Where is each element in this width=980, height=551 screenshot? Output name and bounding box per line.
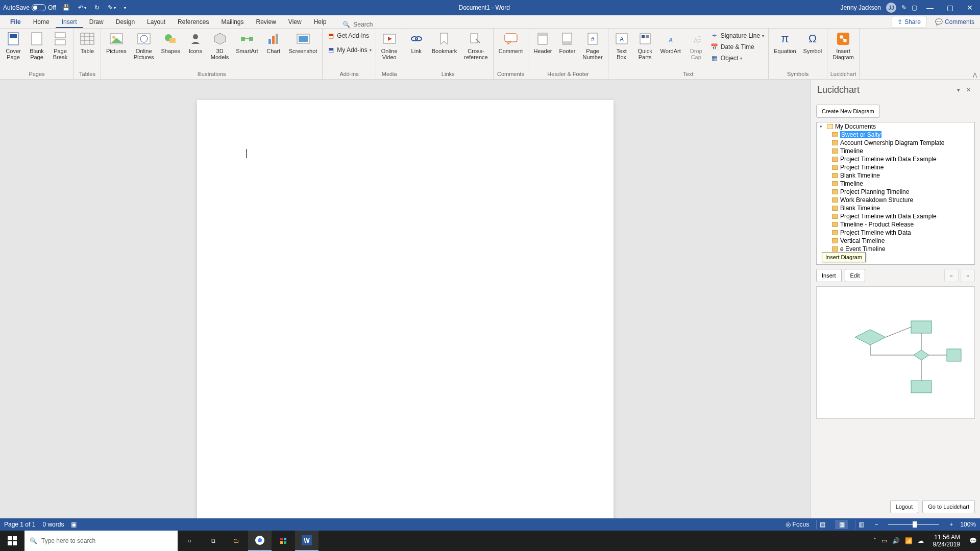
my-addins-button[interactable]: ⬒My Add-ins▾ <box>327 45 371 55</box>
online-pictures-button[interactable]: Online Pictures <box>131 30 157 61</box>
collapse-icon[interactable]: ▾ <box>820 124 825 129</box>
read-mode-button[interactable]: ▤ <box>816 520 828 529</box>
blank-page-button[interactable]: Blank Page <box>26 30 48 61</box>
equation-button[interactable]: πEquation <box>771 30 799 55</box>
create-new-diagram-button[interactable]: Create New Diagram <box>816 105 880 118</box>
collapse-ribbon-button[interactable]: ⋀ <box>973 72 977 78</box>
go-to-lucidchart-button[interactable]: Go to Lucidchart <box>922 500 975 513</box>
wordart-button[interactable]: AWordArt <box>657 30 684 55</box>
page-status[interactable]: Page 1 of 1 <box>4 521 35 528</box>
tab-file[interactable]: File <box>4 16 27 28</box>
action-center-button[interactable]: 💬 <box>969 537 977 544</box>
onedrive-icon[interactable]: ☁ <box>918 537 924 544</box>
shapes-button[interactable]: Shapes <box>158 30 183 55</box>
word-count[interactable]: 0 words <box>42 521 64 528</box>
wifi-icon[interactable]: 📶 <box>905 537 913 544</box>
tab-layout[interactable]: Layout <box>141 16 172 28</box>
pictures-button[interactable]: Pictures <box>103 30 130 55</box>
tab-insert[interactable]: Insert <box>56 16 83 28</box>
tray-chevron-icon[interactable]: ˄ <box>873 537 876 544</box>
page[interactable] <box>197 100 614 518</box>
tree-root[interactable]: ▾My Documents <box>817 122 974 131</box>
tab-help[interactable]: Help <box>308 16 333 28</box>
tree-item[interactable]: Project Timeline with Data Example <box>817 212 974 220</box>
footer-button[interactable]: Footer <box>556 30 578 55</box>
tree-item[interactable]: Blank Timeline <box>817 204 974 212</box>
tree-item[interactable]: Blank Timeline <box>817 171 974 180</box>
insert-diagram-button[interactable]: Insert Diagram <box>829 30 857 61</box>
tell-me-search[interactable]: 🔍 Search <box>342 21 373 28</box>
tab-review[interactable]: Review <box>250 16 282 28</box>
get-addins-button[interactable]: ⬒Get Add-ins <box>327 31 371 41</box>
tree-item[interactable]: Project Timeline with Data <box>817 229 974 237</box>
cross-reference-button[interactable]: Cross- reference <box>461 30 491 61</box>
share-button[interactable]: ⇪Share <box>892 16 926 28</box>
print-layout-button[interactable]: ▦ <box>836 520 848 529</box>
insert-button[interactable]: Insert <box>816 269 842 282</box>
repeat-button[interactable]: ↻ <box>92 3 102 12</box>
icons-button[interactable]: Icons <box>184 30 207 55</box>
zoom-in-button[interactable]: + <box>949 521 953 528</box>
prev-page-button[interactable]: « <box>944 269 959 282</box>
close-button[interactable]: ✕ <box>963 2 977 14</box>
tree-item[interactable]: Vertical Timeline <box>817 237 974 245</box>
cover-page-button[interactable]: Cover Page <box>2 30 24 61</box>
user-avatar[interactable]: JJ <box>886 3 896 13</box>
undo-button[interactable]: ↶▾ <box>76 3 88 12</box>
word-button[interactable]: W <box>295 531 318 551</box>
text-box-button[interactable]: AText Box <box>610 30 633 61</box>
web-layout-button[interactable]: ▥ <box>855 520 867 529</box>
qat-item[interactable]: ✎▾ <box>106 3 118 12</box>
tab-references[interactable]: References <box>172 16 215 28</box>
save-icon[interactable]: 💾 <box>60 3 72 12</box>
focus-mode-button[interactable]: ◎Focus <box>786 521 810 528</box>
bookmark-button[interactable]: Bookmark <box>429 30 460 55</box>
tree-item-selected[interactable]: Sweet or Salty <box>817 131 974 139</box>
page-number-button[interactable]: #Page Number <box>579 30 605 61</box>
page-break-button[interactable]: Page Break <box>49 30 71 61</box>
user-name[interactable]: Jenny Jackson <box>841 4 881 11</box>
online-video-button[interactable]: Online Video <box>378 30 401 61</box>
drop-cap-button[interactable]: ADrop Cap <box>685 30 707 61</box>
date-time-button[interactable]: 📅Date & Time <box>710 42 764 52</box>
3d-models-button[interactable]: 3D Models <box>208 30 232 61</box>
cortana-button[interactable]: ○ <box>178 531 201 551</box>
tree-item[interactable]: Project Timeline <box>817 163 974 171</box>
minimize-button[interactable]: — <box>922 2 938 14</box>
zoom-level[interactable]: 100% <box>960 521 976 528</box>
chrome-button[interactable] <box>248 531 272 551</box>
tab-mailings[interactable]: Mailings <box>215 16 250 28</box>
symbol-button[interactable]: ΩSymbol <box>800 30 825 55</box>
tab-view[interactable]: View <box>282 16 308 28</box>
tree-item[interactable]: Work Breakdown Structure <box>817 196 974 204</box>
tree-item[interactable]: Timeline <box>817 180 974 188</box>
ribbon-display-options[interactable]: ▢ <box>912 4 917 11</box>
tree-item[interactable]: Project Timeline with Data Example <box>817 155 974 163</box>
logout-button[interactable]: Logout <box>890 500 919 513</box>
pane-close-button[interactable]: ✕ <box>963 86 974 94</box>
file-explorer-button[interactable]: 🗀 <box>225 531 248 551</box>
signature-line-button[interactable]: ✒Signature Line▾ <box>710 31 764 41</box>
link-button[interactable]: Link <box>405 30 428 55</box>
overflow-icon[interactable]: ✎ <box>901 4 906 11</box>
volume-icon[interactable]: 🔊 <box>892 537 900 544</box>
start-button[interactable] <box>0 531 24 551</box>
edit-button[interactable]: Edit <box>845 269 866 282</box>
screenshot-button[interactable]: Screenshot <box>286 30 321 55</box>
tree-item[interactable]: Timeline <box>817 147 974 155</box>
quick-parts-button[interactable]: Quick Parts <box>634 30 656 61</box>
tree-item[interactable]: Timeline - Product Release <box>817 220 974 229</box>
tab-design[interactable]: Design <box>110 16 141 28</box>
pane-options-button[interactable]: ▾ <box>954 86 963 94</box>
system-clock[interactable]: 11:56 AM 9/24/2019 <box>929 534 964 548</box>
zoom-slider[interactable] <box>888 524 939 525</box>
document-tree[interactable]: ▾My Documents Sweet or Salty Account Own… <box>816 122 975 265</box>
maximize-button[interactable]: ▢ <box>943 2 958 14</box>
tab-home[interactable]: Home <box>27 16 56 28</box>
tree-item[interactable]: Project Planning Timeline <box>817 188 974 196</box>
autosave-toggle[interactable]: AutoSave Off <box>3 4 56 11</box>
table-button[interactable]: Table <box>76 30 99 55</box>
next-page-button[interactable]: » <box>961 269 975 282</box>
document-canvas[interactable] <box>0 80 811 518</box>
spellcheck-icon[interactable]: ▣ <box>71 521 77 528</box>
